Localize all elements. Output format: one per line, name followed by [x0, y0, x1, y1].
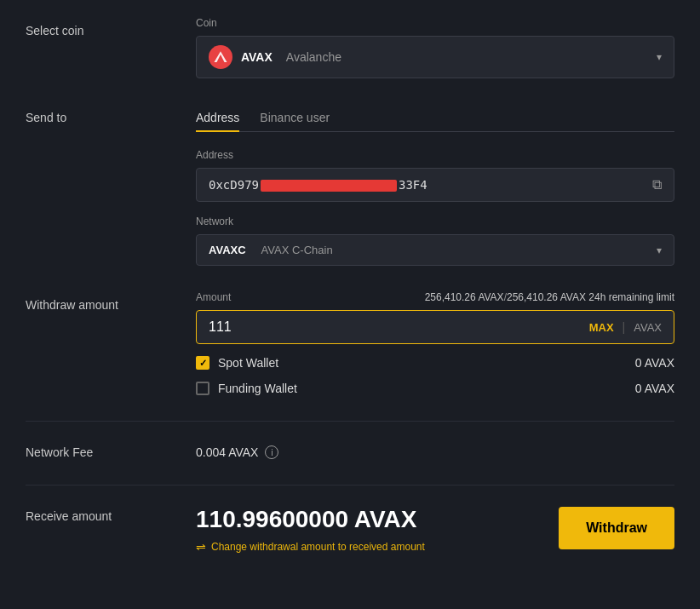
receive-amount-label: Receive amount: [26, 509, 112, 523]
spot-wallet-checkbox[interactable]: [196, 356, 209, 370]
avax-coin-icon: [209, 45, 232, 69]
withdraw-button[interactable]: Withdraw: [559, 507, 674, 549]
coin-field-label: Coin: [196, 17, 674, 29]
amount-input-box[interactable]: 111 MAX | AVAX: [196, 310, 674, 344]
coin-full-name: Avalanche: [286, 50, 341, 64]
funding-wallet-name: Funding Wallet: [218, 382, 297, 395]
exchange-icon: ⇌: [196, 540, 206, 554]
address-prefix: 0xcD979: [209, 178, 259, 192]
spot-wallet-row: Spot Wallet 0 AVAX: [196, 356, 674, 370]
amount-value: 111: [209, 319, 232, 335]
send-to-label: Send to: [26, 111, 66, 124]
network-select[interactable]: AVAXC AVAX C-Chain ▾: [196, 234, 674, 266]
address-text: 0xcD97933F4: [209, 178, 427, 192]
coin-select[interactable]: AVAX Avalanche ▾: [196, 36, 674, 78]
network-field-label: Network: [196, 215, 674, 227]
limit-value: 256,410.26 AVAX: [507, 291, 586, 303]
funding-wallet-checkbox[interactable]: [196, 382, 209, 395]
network-select-chevron: ▾: [657, 244, 662, 256]
copy-address-icon[interactable]: ⧉: [652, 177, 662, 192]
address-field-label: Address: [196, 149, 674, 161]
network-code: AVAXC: [209, 244, 246, 256]
coin-select-chevron: ▾: [657, 51, 662, 63]
amount-currency: AVAX: [634, 321, 662, 334]
amount-limit-info: 256,410.26 AVAX/256,410.26 AVAX 24h rema…: [425, 291, 674, 303]
network-name: AVAX C-Chain: [261, 244, 333, 256]
address-input-box[interactable]: 0xcD97933F4 ⧉: [196, 168, 674, 202]
tab-binance-user[interactable]: Binance user: [260, 104, 330, 131]
max-button[interactable]: MAX: [589, 321, 614, 334]
section-divider-2: [26, 485, 674, 485]
send-to-tabs: Address Binance user: [196, 104, 674, 132]
receive-note-text: Change withdrawal amount to received amo…: [211, 541, 425, 553]
funding-wallet-balance: 0 AVAX: [635, 382, 674, 395]
spot-wallet-name: Spot Wallet: [218, 356, 278, 370]
address-redacted: [261, 180, 397, 192]
section-divider-1: [26, 421, 674, 422]
amount-field-label: Amount: [196, 291, 231, 303]
tab-address[interactable]: Address: [196, 104, 239, 131]
fee-value: 0.004 AVAX: [196, 445, 258, 459]
amount-divider: |: [623, 320, 626, 334]
coin-symbol: AVAX: [241, 50, 273, 64]
funding-wallet-row: Funding Wallet 0 AVAX: [196, 382, 674, 395]
limit-label: 24h remaining limit: [588, 291, 674, 303]
withdraw-amount-label: Withdraw amount: [26, 298, 118, 312]
fee-info-icon[interactable]: i: [265, 445, 278, 459]
spot-wallet-balance: 0 AVAX: [635, 356, 674, 370]
available-balance: 256,410.26 AVAX: [425, 291, 504, 303]
network-fee-label: Network Fee: [26, 445, 93, 459]
select-coin-label: Select coin: [26, 24, 83, 37]
address-suffix: 33F4: [399, 178, 427, 192]
